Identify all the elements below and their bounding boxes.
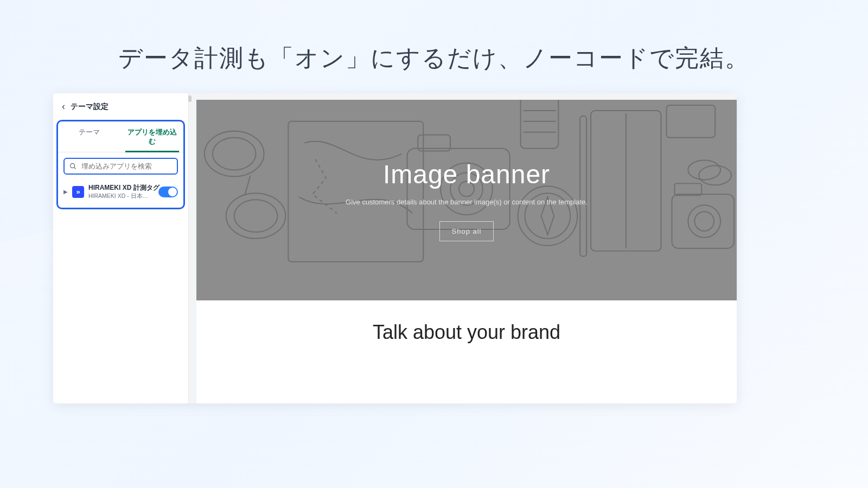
- app-enable-toggle[interactable]: [158, 187, 178, 197]
- scrollbar-thumb[interactable]: [188, 95, 192, 102]
- search-input[interactable]: [81, 163, 173, 170]
- app-window: ‹ テーマ設定 テーマ アプリを埋め込む ▶ »: [53, 93, 737, 403]
- app-subtitle: HIRAMEKI XD - 日本発のEコ...: [88, 192, 154, 200]
- shop-all-button[interactable]: Shop all: [439, 221, 494, 241]
- brand-heading: Talk about your brand: [373, 321, 560, 344]
- sidebar-title: テーマ設定: [71, 102, 108, 112]
- back-chevron-icon[interactable]: ‹: [62, 101, 65, 112]
- theme-preview: Image banner Give customers details abou…: [189, 93, 737, 403]
- tab-embed-app[interactable]: アプリを埋め込む: [121, 121, 184, 152]
- banner-subtitle: Give customers details about the banner …: [346, 198, 588, 206]
- search-icon: [69, 162, 77, 170]
- search-row: [58, 152, 183, 178]
- app-embed-row[interactable]: ▶ » HIRAMEKI XD 計測タグ HIRAMEKI XD - 日本発のE…: [58, 178, 183, 202]
- image-banner-section: Image banner Give customers details abou…: [196, 100, 737, 300]
- tab-theme[interactable]: テーマ: [58, 121, 121, 152]
- embed-apps-panel: テーマ アプリを埋め込む ▶ » HIRAMEKI XD 計測タグ HIRAME: [56, 120, 185, 209]
- svg-line-1: [74, 168, 76, 169]
- app-name: HIRAMEKI XD 計測タグ: [88, 183, 154, 192]
- brand-section: Talk about your brand: [196, 300, 737, 403]
- banner-title: Image banner: [383, 159, 550, 189]
- sidebar-header: ‹ テーマ設定: [53, 93, 188, 118]
- svg-point-0: [71, 164, 75, 168]
- search-box[interactable]: [63, 158, 178, 175]
- app-icon: »: [72, 186, 84, 198]
- expand-caret-icon[interactable]: ▶: [63, 189, 68, 195]
- sidebar-tabs: テーマ アプリを埋め込む: [58, 121, 183, 152]
- theme-settings-sidebar: ‹ テーマ設定 テーマ アプリを埋め込む ▶ »: [53, 93, 189, 403]
- app-labels: HIRAMEKI XD 計測タグ HIRAMEKI XD - 日本発のEコ...: [88, 183, 154, 200]
- page-headline: データ計測も「オン」にするだけ、ノーコードで完結。: [0, 42, 868, 74]
